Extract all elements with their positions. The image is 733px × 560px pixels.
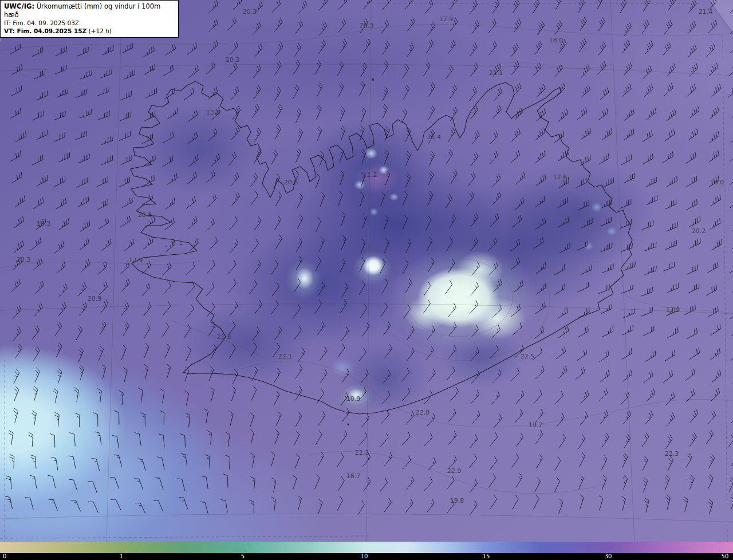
contour-value-label: 13.8: [206, 109, 220, 116]
contour-value-label: 18.0: [549, 37, 563, 44]
init-time: IT: Fim. 04. 09. 2025 03Z: [4, 19, 175, 27]
contour-value-label: 19.8: [450, 497, 464, 504]
contour-value-label: 20.2: [692, 227, 706, 235]
title-box: UWC/IG: Úrkomumætti (mm) og vindur í 100…: [0, 0, 179, 38]
contour-value-label: 20.8: [284, 179, 298, 186]
contour-value-label: 22.8: [416, 409, 430, 416]
contour-value-label: 11.2: [363, 171, 377, 179]
contour-value-label: 19.7: [529, 421, 543, 429]
colorbar-labels: 01510153050: [0, 553, 733, 560]
valid-time: VT: Fim. 04.09.2025 15Z (+12 h): [4, 27, 175, 36]
contour-value-label: 20.3: [243, 8, 257, 15]
precip-max-contours: [290, 240, 550, 405]
colorbar-gradient: [0, 542, 733, 553]
contour-value-label: 21.3: [217, 333, 231, 341]
contour-value-label: 20.3: [360, 22, 374, 29]
colorbar-tick-label: 30: [605, 553, 612, 560]
map-overlay: 20.317.921.420.318.020.321.113.821.411.2…: [0, 0, 733, 542]
contour-value-label: 22.3: [665, 450, 679, 458]
contour-value-label: 20.3: [226, 56, 240, 64]
graticule-lines: [0, 0, 733, 542]
contour-value-label: 22.5: [521, 353, 535, 360]
contour-value-label: 12.9: [129, 257, 143, 264]
contour-value-label: 19.3: [37, 220, 51, 227]
colorbar-tick-label: 50: [722, 553, 729, 560]
colorbar-tick-label: 5: [241, 553, 245, 560]
contour-value-label: 18.7: [346, 472, 361, 480]
colorbar-tick-label: 0: [3, 553, 6, 560]
contour-value-label: 21.4: [699, 8, 713, 15]
contour-value-label: 17.9: [439, 15, 454, 23]
colorbar-tick-label: 15: [483, 553, 490, 560]
weather-map-app: 20.317.921.420.318.020.321.113.821.411.2…: [0, 0, 733, 560]
map-title: UWC/IG: Úrkomumætti (mm) og vindur í 100…: [4, 2, 175, 19]
contour-value-label: 22.9: [447, 467, 462, 475]
contour-value-label: 20.9: [88, 295, 102, 302]
contour-value-label: 22.2: [355, 449, 369, 456]
contour-value-label: 20.3: [17, 256, 31, 263]
contour-value-label: 21.4: [427, 133, 442, 141]
contour-value-label: 12.6: [553, 173, 568, 181]
colorbar: 01510153050: [0, 542, 733, 560]
contour-value-label: 17.9: [666, 306, 680, 314]
contour-value-label: 18.0: [710, 179, 724, 186]
contour-value-label: 20.8: [138, 211, 152, 219]
contour-value-label: 10.9: [346, 395, 361, 403]
contour-value-label: 21.1: [489, 69, 503, 77]
colorbar-tick-label: 1: [120, 553, 123, 560]
map-canvas: 20.317.921.420.318.020.321.113.821.411.2…: [0, 0, 733, 542]
colorbar-tick-label: 10: [361, 553, 368, 560]
contour-value-label: 22.1: [278, 353, 293, 360]
